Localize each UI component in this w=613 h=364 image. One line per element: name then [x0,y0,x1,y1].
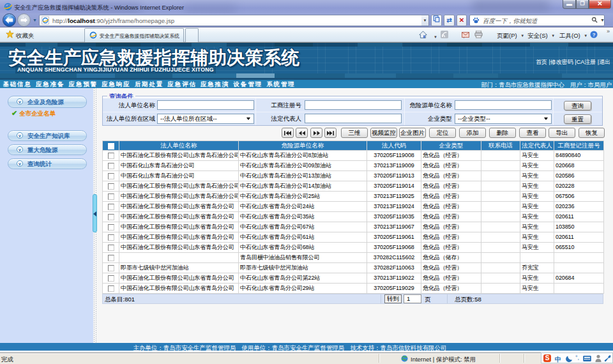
svg-text:?: ? [593,32,596,38]
